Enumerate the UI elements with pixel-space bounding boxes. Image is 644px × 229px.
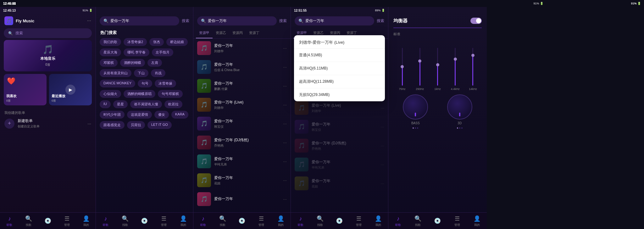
local-music-card[interactable]: 🎵 本地音乐 0首 — [4, 40, 92, 71]
eq-slider-col[interactable]: 75Hz — [393, 48, 411, 91]
search-button-bar[interactable]: 🔍 搜索 — [4, 28, 92, 38]
song-item[interactable]: 🎵 爱你一万年 韩宝仪 ··· — [291, 117, 388, 136]
eq-slider-track[interactable] — [472, 48, 473, 86]
source-tab-2[interactable]: 资源乙 — [213, 28, 229, 38]
song-item[interactable]: 🎵 爱你一万年 半吨兄弟 ··· — [193, 152, 291, 171]
song-item[interactable]: 🎵 爱你一万年 (DJ伟然) 乔艳艳 ··· — [193, 133, 291, 152]
nav3-dj[interactable]: 💿 — [232, 213, 252, 229]
song-more-button[interactable]: ··· — [283, 140, 287, 145]
search-submit-2[interactable]: 搜索 — [182, 18, 189, 24]
song-item[interactable]: 🎵 爱你一万年 花姐 ··· — [291, 174, 388, 193]
nav4-mine[interactable]: 👤 我的 — [369, 213, 388, 229]
hot-tag[interactable]: 时代少年团 — [100, 111, 125, 119]
eq-slider-col[interactable]: 14kHz — [464, 48, 482, 91]
more-button[interactable] — [87, 18, 91, 24]
song-item[interactable]: 🎵 爱你一万年 伍佰 & China Blue ··· — [193, 58, 291, 76]
song-more-button[interactable]: ··· — [283, 64, 287, 70]
nav3-manage[interactable]: ☰ 管理 — [252, 213, 271, 229]
song-more-button[interactable]: ··· — [380, 181, 384, 186]
hot-tag[interactable]: 这就是爱情 — [127, 111, 152, 119]
nav5-mine[interactable]: 👤 我的 — [467, 213, 487, 229]
eq-slider-col[interactable]: 1kHz — [429, 48, 446, 91]
search-input-2[interactable] — [110, 19, 175, 23]
song-item[interactable]: 🎵 爱你一万年 花姐 ··· — [193, 171, 291, 190]
source-tab-3[interactable]: 资源丙 — [229, 28, 246, 38]
song-more-button[interactable]: ··· — [380, 143, 384, 148]
search-submit-4[interactable]: 搜索 — [377, 18, 384, 24]
nav5-dj[interactable]: 💿 — [428, 213, 447, 229]
hot-tag[interactable]: 跟着感觉走 — [100, 121, 125, 129]
nav5-listen[interactable]: ♪ 听歌 — [388, 213, 408, 229]
search-input-wrap-2[interactable]: 🔍 — [100, 16, 179, 25]
new-playlist-more[interactable] — [87, 121, 91, 126]
nav2-mine[interactable]: 👤 我的 — [174, 213, 193, 229]
hot-tag[interactable]: 酒醉的蝴蝶 — [120, 59, 145, 67]
hot-tag[interactable]: 句号 — [138, 80, 152, 87]
hot-tag[interactable]: 邓紫棋 — [100, 59, 118, 67]
song-more-button[interactable]: ··· — [380, 105, 384, 110]
quality-option[interactable]: 超高清HQ(11.28MB) — [294, 75, 385, 88]
song-more-button[interactable]: ··· — [380, 124, 384, 129]
favorites-card[interactable]: ❤️ 我喜欢 0首 — [4, 74, 47, 105]
song-item[interactable]: 🎵 爱你一万年 (DJ伟然) 乔艳艳 ··· — [291, 136, 388, 155]
nav-manage[interactable]: ☰ 管理 — [57, 213, 76, 229]
new-playlist-button[interactable]: + 新建歌单 创建自定义歌单 — [0, 116, 96, 131]
song-more-button[interactable]: ··· — [283, 197, 287, 202]
eq-knob[interactable] — [447, 94, 472, 120]
recent-play-card[interactable]: ▶ 最近播放 0首 — [49, 74, 92, 105]
song-item[interactable]: 🎵 爱你一万年 (Live) 刘德华 ··· — [193, 95, 291, 114]
nav-listen[interactable]: ♪ 听歌 — [0, 213, 19, 229]
song-more-button[interactable]: ··· — [380, 162, 384, 167]
eq-slider-track[interactable] — [437, 48, 438, 86]
quality-option[interactable]: 高清HQ(6.11MB) — [294, 62, 385, 75]
hot-tag[interactable]: 贝荷拉 — [127, 121, 145, 129]
nav4-manage[interactable]: ☰ 管理 — [349, 213, 369, 229]
eq-knob[interactable] — [403, 94, 428, 120]
hot-tag[interactable]: 酒醉的蝴蝶原唱 — [124, 90, 155, 98]
hot-tag[interactable]: 从前有座灵剑山 — [100, 69, 131, 77]
hot-tag[interactable]: 欧若拉 — [164, 100, 182, 108]
song-item[interactable]: 🎵 爱你一万年 韩宝仪 ··· — [193, 114, 291, 133]
hot-tag[interactable]: 心似烟火 — [100, 90, 121, 98]
hot-tag[interactable]: 傻女 — [154, 111, 169, 119]
hot-tag[interactable]: DANCE MONKEY — [100, 80, 135, 87]
hot-tag[interactable]: 左肩 — [147, 59, 162, 67]
nav3-listen[interactable]: ♪ 听歌 — [193, 213, 213, 229]
song-more-button[interactable]: ··· — [283, 83, 287, 88]
eq-slider-track[interactable] — [402, 48, 403, 86]
nav5-manage[interactable]: ☰ 管理 — [447, 213, 467, 229]
song-more-button[interactable]: ··· — [283, 102, 287, 107]
eq-slider-col[interactable]: 290Hz — [411, 48, 429, 91]
hot-tag[interactable]: 谁不渴望有人懂 — [130, 100, 162, 108]
search-input-wrap-3[interactable]: 🔍 — [197, 16, 277, 25]
nav3-mine[interactable]: 👤 我的 — [271, 213, 291, 229]
nav4-dj[interactable]: 💿 — [330, 213, 349, 229]
nav-mine[interactable]: 👤 我的 — [76, 213, 96, 229]
song-more-button[interactable]: ··· — [283, 178, 287, 183]
hot-tag[interactable]: 星辰大海 — [100, 48, 121, 56]
source-tab-4[interactable]: 资源丁 — [246, 28, 263, 38]
nav-find[interactable]: 🔍 找歌 — [19, 213, 38, 229]
quality-option[interactable]: 普通(4.51MB) — [294, 49, 385, 62]
eq-slider-track[interactable] — [455, 48, 456, 86]
hot-tag[interactable]: 张杰 — [149, 38, 164, 46]
song-item[interactable]: 🎵 爱你一万年 鹏鹏 付豪 ··· — [193, 76, 291, 95]
hot-tag[interactable]: KARA — [171, 111, 188, 119]
hot-tag[interactable]: 我们的歌 — [100, 38, 121, 46]
hot-tag[interactable]: 冰雪奇缘 — [155, 80, 176, 87]
song-item[interactable]: 🎵 爱你一万年 刘德华 ··· — [193, 39, 291, 58]
search-input-wrap-4[interactable]: 🔍 — [295, 16, 374, 25]
hot-tag[interactable]: 下山 — [134, 69, 148, 77]
nav4-listen[interactable]: ♪ 听歌 — [291, 213, 310, 229]
nav5-find[interactable]: 🔍 找歌 — [408, 213, 428, 229]
song-more-button[interactable]: ··· — [283, 159, 287, 164]
nav2-find[interactable]: 🔍 找歌 — [115, 213, 135, 229]
search-submit-3[interactable]: 搜索 — [279, 18, 287, 24]
hot-tag[interactable]: 肖战 — [151, 69, 165, 77]
hot-tag[interactable]: 左手指月 — [152, 48, 173, 56]
nav2-listen[interactable]: ♪ 听歌 — [96, 213, 115, 229]
hot-tag[interactable]: 句号邓紫棋 — [158, 90, 183, 98]
song-more-button[interactable]: ··· — [283, 46, 287, 51]
hot-tag[interactable]: LET IT GO — [147, 121, 172, 129]
source-tab-1[interactable]: 资源甲 — [196, 28, 213, 38]
